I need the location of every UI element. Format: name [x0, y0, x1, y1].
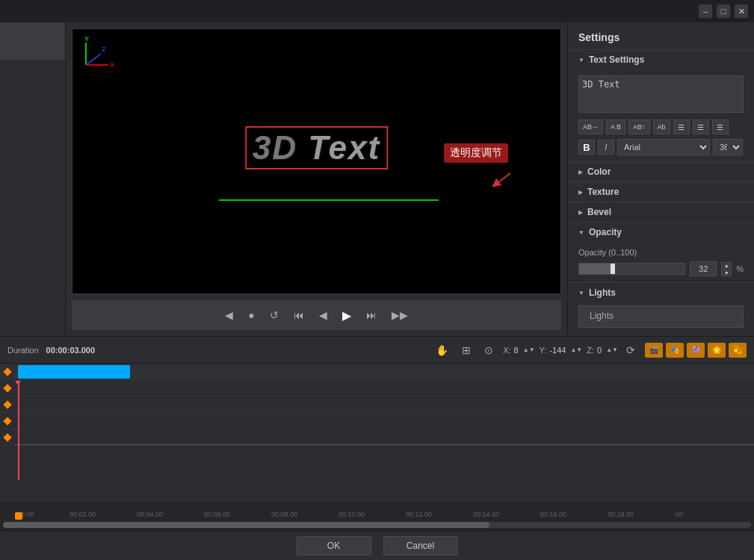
fast-fwd-btn[interactable]: ▶▶: [387, 306, 412, 324]
y-spinners[interactable]: ▲▼: [569, 346, 584, 353]
text-input[interactable]: 3D Text: [578, 75, 744, 113]
track-diamond-5[interactable]: [3, 433, 11, 441]
track-content-4: [15, 413, 754, 429]
footer: OK Cancel: [0, 530, 754, 560]
opacity-arrow: [578, 229, 584, 236]
text-settings-content: 3D Text AB↔ A B AB↑ Ab ☰ ☰ ☰ B I: [568, 69, 754, 161]
z-spinners[interactable]: ▲▼: [605, 346, 619, 353]
lights-header[interactable]: Lights: [568, 283, 754, 302]
annotation-arrow: [492, 169, 514, 192]
titlebar: – □ ✕: [0, 0, 754, 22]
x-spinners[interactable]: ▲▼: [522, 346, 537, 353]
lights-section: Lights Lights: [568, 282, 754, 334]
3d-text-preview: 3D Text: [245, 126, 388, 169]
fmt-ab-space[interactable]: A B: [606, 119, 625, 134]
scrollbar-track[interactable]: [3, 522, 751, 528]
timeline-scrollbar[interactable]: [0, 520, 754, 530]
opacity-header[interactable]: Opacity: [568, 223, 754, 242]
ruler-tick-7: 00:14.00: [473, 511, 499, 518]
opacity-row: 32 ▲ ▼ %: [578, 261, 744, 276]
x-label: X:: [503, 346, 510, 355]
track-row-3: [0, 396, 754, 413]
sidebar-top: [0, 22, 65, 60]
fmt-align-right[interactable]: ☰: [712, 119, 729, 134]
opacity-up[interactable]: ▲: [721, 262, 732, 269]
select-tool[interactable]: ⊞: [458, 342, 475, 358]
record-btn[interactable]: ●: [244, 306, 259, 324]
ruler-tick-8: 00:16.00: [540, 511, 566, 518]
step-back-btn[interactable]: ◀: [315, 306, 332, 324]
rotate-btn[interactable]: ↺: [265, 306, 283, 324]
green-line: [219, 199, 439, 201]
italic-button[interactable]: I: [598, 140, 614, 155]
text-settings-header[interactable]: Text Settings: [568, 50, 754, 69]
cancel-button[interactable]: Cancel: [383, 536, 458, 556]
scene-icon-4[interactable]: 🌟: [708, 343, 726, 358]
main-container: Y X Z 3D Text 透明度调节: [0, 22, 754, 560]
fmt-align-center[interactable]: ☰: [693, 119, 709, 134]
track-diamond-2[interactable]: [3, 384, 11, 392]
maximize-button[interactable]: □: [717, 4, 730, 18]
fmt-ab-lower[interactable]: Ab: [653, 119, 670, 134]
track-row-1: [0, 364, 754, 380]
fmt-ab-fit[interactable]: AB↔: [578, 119, 603, 134]
fmt-align-left[interactable]: ☰: [673, 119, 690, 134]
texture-header[interactable]: Texture: [568, 182, 754, 202]
opacity-slider[interactable]: [578, 263, 685, 275]
track-diamond-1[interactable]: [3, 367, 11, 376]
timeline-tracks: [0, 364, 754, 502]
scene-icon-1[interactable]: 🎬: [645, 343, 663, 358]
fmt-ab-upper[interactable]: AB↑: [628, 119, 650, 134]
bevel-header[interactable]: Bevel: [568, 202, 754, 222]
lights-content: Lights: [578, 305, 744, 328]
ruler-tick-10: 00:: [675, 511, 685, 518]
scene-icon-3[interactable]: 🔮: [687, 343, 705, 358]
lights-arrow: [578, 290, 584, 296]
step-fwd-btn[interactable]: ⏭: [362, 306, 381, 324]
track-content-3: [15, 396, 754, 412]
scene-icon-5[interactable]: 💫: [729, 343, 747, 358]
bevel-section: Bevel: [568, 202, 754, 222]
ruler-tick-4: 00:08.00: [271, 511, 297, 518]
opacity-content: Opacity (0..100) 32 ▲ ▼ %: [568, 242, 754, 282]
percent-label: %: [736, 264, 744, 273]
rotate-tool[interactable]: ⊙: [480, 342, 497, 358]
ok-button[interactable]: OK: [297, 536, 371, 556]
minimize-button[interactable]: –: [699, 4, 712, 18]
scrollbar-thumb[interactable]: [3, 522, 489, 528]
format-row-2: B I Arial Times New Roman Helvetica 24 3…: [578, 139, 744, 155]
opacity-value-input[interactable]: 32: [690, 261, 717, 276]
bold-button[interactable]: B: [578, 140, 595, 155]
ruler-tick-9: 00:18.00: [608, 511, 634, 518]
track-clip-1[interactable]: [18, 365, 130, 379]
prev-frame-btn[interactable]: ⏮: [289, 306, 309, 324]
play-btn[interactable]: ▶: [338, 305, 356, 326]
opacity-sublabel: Opacity (0..100): [578, 248, 744, 257]
coords-section: X: 8 ▲▼ Y: -144 ▲▼ Z: 0 ▲▼ ⟳: [503, 342, 639, 358]
track-header-5: [0, 435, 15, 441]
z-value: 0: [597, 346, 602, 355]
z-label: Z:: [587, 346, 594, 355]
format-row-1: AB↔ A B AB↑ Ab ☰ ☰ ☰: [578, 119, 744, 134]
reset-btn[interactable]: ⟳: [622, 342, 639, 358]
left-sidebar: [0, 22, 66, 336]
y-value: -144: [549, 346, 566, 355]
hand-tool[interactable]: ✋: [432, 342, 452, 358]
track-content-2: [15, 380, 754, 396]
bevel-label: Bevel: [587, 207, 611, 217]
svg-text:Z: Z: [102, 46, 106, 53]
scene-icons: 🎬 🎭 🔮 🌟 💫: [645, 343, 747, 358]
track-diamond-4[interactable]: [3, 417, 11, 425]
scene-icon-2[interactable]: 🎭: [666, 343, 684, 358]
track-row-4: [0, 413, 754, 429]
font-select[interactable]: Arial Times New Roman Helvetica: [617, 139, 710, 155]
opacity-thumb[interactable]: [611, 264, 615, 274]
color-header[interactable]: Color: [568, 162, 754, 181]
beginning-btn[interactable]: ◀: [220, 306, 238, 324]
close-button[interactable]: ✕: [735, 4, 748, 18]
y-label: Y:: [540, 346, 547, 355]
size-select[interactable]: 24 30 36 48: [713, 139, 743, 155]
track-header-4: [0, 418, 15, 424]
opacity-down[interactable]: ▼: [721, 270, 732, 276]
track-diamond-3[interactable]: [3, 400, 11, 408]
